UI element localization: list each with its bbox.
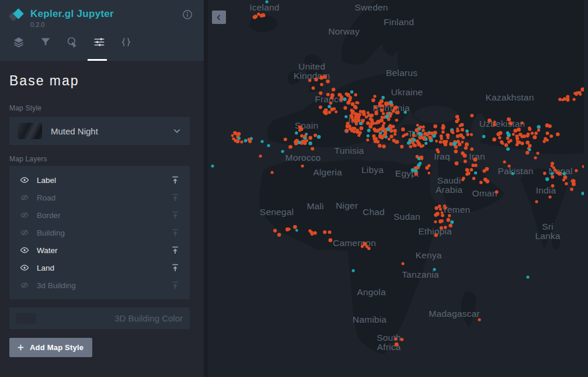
- tab-code[interactable]: [120, 36, 132, 49]
- map-layer-label: Building: [37, 229, 171, 237]
- app-version: 0.2.0: [30, 21, 182, 28]
- map-layer-row: Label: [20, 171, 180, 189]
- map-layer-label: Water: [37, 246, 171, 255]
- eye-icon[interactable]: [20, 263, 29, 272]
- tab-layers[interactable]: [13, 36, 25, 49]
- map-layer-row: Water: [20, 241, 180, 259]
- eye-off-icon[interactable]: [20, 210, 29, 220]
- tab-interactions[interactable]: [67, 36, 78, 49]
- move-to-top-icon[interactable]: [171, 263, 180, 272]
- building-color-row: 3D Building Color: [9, 307, 190, 329]
- eye-off-icon[interactable]: [20, 228, 29, 237]
- map-canvas[interactable]: IcelandSwedenFinlandNorwayUnited Kingdom…: [208, 0, 588, 377]
- eye-icon[interactable]: [20, 175, 29, 185]
- map-layers-panel: LabelRoadBorderBuildingWaterLand3d Build…: [9, 166, 190, 299]
- chevron-down-icon: [172, 126, 182, 136]
- map-layer-row: Border: [20, 206, 180, 224]
- base-map-panel: Base map Map Style Muted Night Map Layer…: [0, 61, 204, 377]
- map-style-value: Muted Night: [51, 126, 172, 136]
- active-tab-indicator: [88, 59, 107, 61]
- move-to-top-icon[interactable]: [171, 281, 180, 290]
- info-icon[interactable]: [182, 8, 194, 21]
- move-to-top-icon[interactable]: [171, 175, 180, 185]
- kepler-logo-icon: [9, 8, 26, 25]
- map-layers-label: Map Layers: [9, 155, 190, 163]
- map-layer-label: Road: [37, 193, 171, 202]
- map-layer-row: 3d Building: [20, 276, 180, 294]
- move-to-top-icon[interactable]: [171, 228, 180, 237]
- add-map-style-label: Add Map Style: [30, 343, 83, 352]
- move-to-top-icon[interactable]: [171, 210, 180, 220]
- map-layer-label: 3d Building: [37, 281, 171, 290]
- map-style-thumbnail: [18, 123, 42, 139]
- tab-filters[interactable]: [40, 36, 51, 49]
- data-points-layer: [208, 0, 584, 377]
- eye-icon[interactable]: [20, 245, 29, 255]
- collapse-panel-button[interactable]: [212, 11, 226, 24]
- side-panel: Kepler.gl Jupyter 0.2.0: [0, 0, 208, 377]
- panel-header: Kepler.gl Jupyter 0.2.0: [0, 0, 204, 61]
- map-layer-label: Border: [37, 211, 171, 220]
- page-title: Base map: [9, 73, 190, 89]
- map-layer-row: Land: [20, 259, 180, 276]
- kepler-app: Kepler.gl Jupyter 0.2.0: [0, 0, 588, 377]
- panel-tabs: [9, 36, 194, 49]
- eye-off-icon[interactable]: [20, 281, 29, 290]
- map-layer-label: Land: [37, 264, 171, 272]
- add-map-style-button[interactable]: Add Map Style: [9, 338, 92, 357]
- app-title: Kepler.gl Jupyter: [30, 8, 182, 20]
- move-to-top-icon[interactable]: [171, 245, 180, 255]
- map-style-label: Map Style: [9, 104, 190, 112]
- map-layer-label: Label: [37, 176, 171, 185]
- map-layer-row: Building: [20, 224, 180, 241]
- move-to-top-icon[interactable]: [171, 193, 180, 202]
- tab-basemap[interactable]: [93, 36, 105, 49]
- map-layer-row: Road: [20, 189, 180, 206]
- eye-off-icon[interactable]: [20, 193, 29, 202]
- building-color-swatch[interactable]: [16, 313, 36, 324]
- plus-icon: [17, 344, 25, 351]
- building-color-label: 3D Building Color: [36, 313, 183, 323]
- map-style-select[interactable]: Muted Night: [9, 117, 190, 145]
- chevron-left-icon: [215, 13, 223, 22]
